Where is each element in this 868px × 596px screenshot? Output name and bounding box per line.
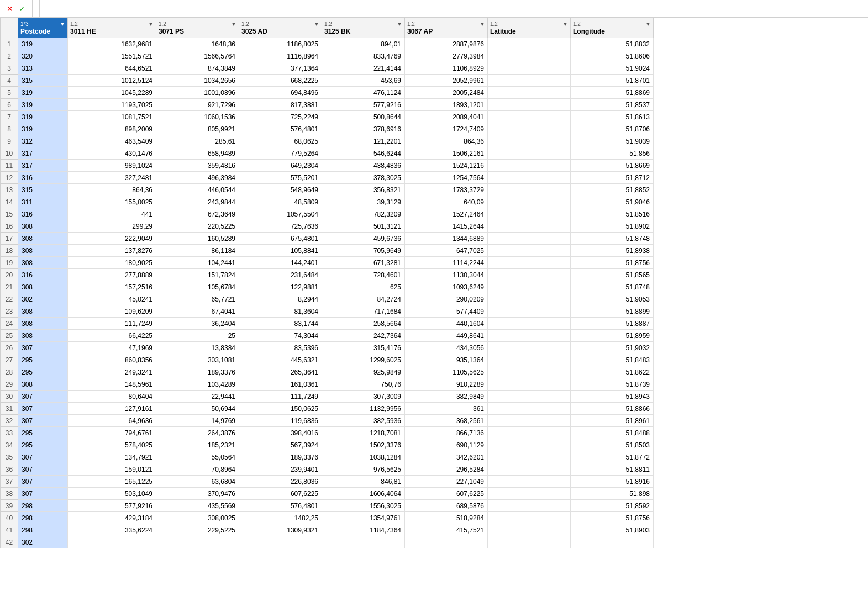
cell-latitude-39[interactable] bbox=[488, 500, 571, 512]
cell-longitude-28[interactable]: 51,8622 bbox=[571, 366, 654, 378]
cell-postcode-18[interactable]: 308 bbox=[18, 245, 68, 257]
cell-longitude-22[interactable]: 51,9053 bbox=[571, 293, 654, 305]
cell-latitude-24[interactable] bbox=[488, 318, 571, 330]
cell-ap3067-20[interactable]: 1130,3044 bbox=[405, 269, 488, 281]
cell-he3011-26[interactable]: 47,1969 bbox=[68, 342, 156, 354]
cell-he3011-36[interactable]: 159,0121 bbox=[68, 463, 156, 476]
cell-postcode-9[interactable]: 312 bbox=[18, 135, 68, 147]
cell-longitude-3[interactable]: 51,9024 bbox=[571, 62, 654, 75]
cell-he3011-18[interactable]: 137,8276 bbox=[68, 245, 156, 257]
cell-he3011-22[interactable]: 45,0241 bbox=[68, 293, 156, 305]
cell-longitude-2[interactable]: 51,8606 bbox=[571, 50, 654, 62]
cell-longitude-19[interactable]: 51,8756 bbox=[571, 257, 654, 269]
cell-ps3071-27[interactable]: 303,1081 bbox=[156, 354, 239, 366]
cell-ap3067-15[interactable]: 1527,2464 bbox=[405, 208, 488, 220]
cell-ap3067-17[interactable]: 1344,6889 bbox=[405, 233, 488, 245]
cell-longitude-4[interactable]: 51,8701 bbox=[571, 75, 654, 87]
cell-bk3125-10[interactable]: 546,6244 bbox=[322, 147, 405, 160]
cell-ad3025-37[interactable]: 226,8036 bbox=[239, 476, 322, 488]
cell-postcode-32[interactable]: 307 bbox=[18, 415, 68, 427]
col-header-postcode[interactable]: 1²3▼Postcode bbox=[18, 18, 68, 38]
cell-ap3067-24[interactable]: 440,1604 bbox=[405, 318, 488, 330]
cell-postcode-28[interactable]: 295 bbox=[18, 366, 68, 378]
cell-ad3025-30[interactable]: 111,7249 bbox=[239, 391, 322, 403]
cell-ps3071-9[interactable]: 285,61 bbox=[156, 135, 239, 147]
cell-ad3025-10[interactable]: 779,5264 bbox=[239, 147, 322, 160]
cell-bk3125-31[interactable]: 1132,9956 bbox=[322, 403, 405, 415]
cell-longitude-10[interactable]: 51,856 bbox=[571, 147, 654, 160]
cell-ps3071-39[interactable]: 435,5569 bbox=[156, 500, 239, 512]
cell-latitude-7[interactable] bbox=[488, 111, 571, 123]
cell-ap3067-29[interactable]: 910,2289 bbox=[405, 378, 488, 391]
cell-ad3025-19[interactable]: 144,2401 bbox=[239, 257, 322, 269]
cell-ap3067-25[interactable]: 449,8641 bbox=[405, 330, 488, 342]
cell-latitude-5[interactable] bbox=[488, 87, 571, 99]
cell-ps3071-29[interactable]: 103,4289 bbox=[156, 378, 239, 391]
cell-latitude-9[interactable] bbox=[488, 135, 571, 147]
cell-longitude-9[interactable]: 51,9039 bbox=[571, 135, 654, 147]
cell-ad3025-14[interactable]: 48,5809 bbox=[239, 196, 322, 208]
cell-he3011-6[interactable]: 1193,7025 bbox=[68, 99, 156, 111]
cell-he3011-17[interactable]: 222,9049 bbox=[68, 233, 156, 245]
cell-postcode-42[interactable]: 302 bbox=[18, 536, 68, 548]
cell-ap3067-13[interactable]: 1783,3729 bbox=[405, 184, 488, 196]
cell-ps3071-14[interactable]: 243,9844 bbox=[156, 196, 239, 208]
cell-bk3125-6[interactable]: 577,9216 bbox=[322, 99, 405, 111]
cell-ap3067-23[interactable]: 577,4409 bbox=[405, 305, 488, 318]
cell-ad3025-33[interactable]: 398,4016 bbox=[239, 427, 322, 439]
cell-ad3025-28[interactable]: 265,3641 bbox=[239, 366, 322, 378]
cell-ap3067-22[interactable]: 290,0209 bbox=[405, 293, 488, 305]
cell-longitude-13[interactable]: 51,8852 bbox=[571, 184, 654, 196]
cell-ad3025-41[interactable]: 1309,9321 bbox=[239, 524, 322, 536]
cell-ps3071-4[interactable]: 1034,2656 bbox=[156, 75, 239, 87]
cell-he3011-7[interactable]: 1081,7521 bbox=[68, 111, 156, 123]
cell-ap3067-19[interactable]: 1114,2244 bbox=[405, 257, 488, 269]
cell-latitude-30[interactable] bbox=[488, 391, 571, 403]
cell-he3011-2[interactable]: 1551,5721 bbox=[68, 50, 156, 62]
cell-he3011-15[interactable]: 441 bbox=[68, 208, 156, 220]
cell-bk3125-16[interactable]: 501,3121 bbox=[322, 220, 405, 233]
cell-ad3025-2[interactable]: 1116,8964 bbox=[239, 50, 322, 62]
cell-longitude-29[interactable]: 51,8739 bbox=[571, 378, 654, 391]
cell-ad3025-6[interactable]: 817,3881 bbox=[239, 99, 322, 111]
cell-latitude-36[interactable] bbox=[488, 463, 571, 476]
col-dropdown-longitude[interactable]: ▼ bbox=[645, 21, 651, 27]
cell-longitude-24[interactable]: 51,8887 bbox=[571, 318, 654, 330]
cell-he3011-35[interactable]: 134,7921 bbox=[68, 451, 156, 463]
cell-ps3071-30[interactable]: 22,9441 bbox=[156, 391, 239, 403]
cell-bk3125-24[interactable]: 258,5664 bbox=[322, 318, 405, 330]
col-header-longitude[interactable]: 1.2▼Longitude bbox=[571, 18, 654, 38]
cell-he3011-38[interactable]: 503,1049 bbox=[68, 488, 156, 500]
cell-postcode-3[interactable]: 313 bbox=[18, 62, 68, 75]
cell-postcode-13[interactable]: 315 bbox=[18, 184, 68, 196]
cell-latitude-12[interactable] bbox=[488, 172, 571, 184]
cell-ps3071-8[interactable]: 805,9921 bbox=[156, 123, 239, 135]
cell-longitude-26[interactable]: 51,9032 bbox=[571, 342, 654, 354]
cell-postcode-4[interactable]: 315 bbox=[18, 75, 68, 87]
cell-he3011-34[interactable]: 578,4025 bbox=[68, 439, 156, 451]
cell-bk3125-27[interactable]: 1299,6025 bbox=[322, 354, 405, 366]
cell-bk3125-11[interactable]: 438,4836 bbox=[322, 160, 405, 172]
cell-ad3025-4[interactable]: 668,2225 bbox=[239, 75, 322, 87]
cell-he3011-8[interactable]: 898,2009 bbox=[68, 123, 156, 135]
cell-ad3025-16[interactable]: 725,7636 bbox=[239, 220, 322, 233]
cell-he3011-14[interactable]: 155,0025 bbox=[68, 196, 156, 208]
cell-postcode-23[interactable]: 308 bbox=[18, 305, 68, 318]
cell-longitude-14[interactable]: 51,9046 bbox=[571, 196, 654, 208]
cell-bk3125-38[interactable]: 1606,4064 bbox=[322, 488, 405, 500]
cell-postcode-11[interactable]: 317 bbox=[18, 160, 68, 172]
cell-latitude-25[interactable] bbox=[488, 330, 571, 342]
cell-he3011-11[interactable]: 989,1024 bbox=[68, 160, 156, 172]
cell-longitude-20[interactable]: 51,8565 bbox=[571, 269, 654, 281]
col-header-ad3025[interactable]: 1.2▼3025 AD bbox=[239, 18, 322, 38]
close-icon[interactable]: ✕ bbox=[6, 4, 14, 13]
cell-ad3025-38[interactable]: 607,6225 bbox=[239, 488, 322, 500]
cell-he3011-24[interactable]: 111,7249 bbox=[68, 318, 156, 330]
cell-longitude-8[interactable]: 51,8706 bbox=[571, 123, 654, 135]
cell-latitude-11[interactable] bbox=[488, 160, 571, 172]
cell-he3011-37[interactable]: 165,1225 bbox=[68, 476, 156, 488]
cell-ad3025-23[interactable]: 81,3604 bbox=[239, 305, 322, 318]
cell-longitude-40[interactable]: 51,8756 bbox=[571, 512, 654, 524]
cell-longitude-39[interactable]: 51,8592 bbox=[571, 500, 654, 512]
cell-ad3025-36[interactable]: 239,9401 bbox=[239, 463, 322, 476]
